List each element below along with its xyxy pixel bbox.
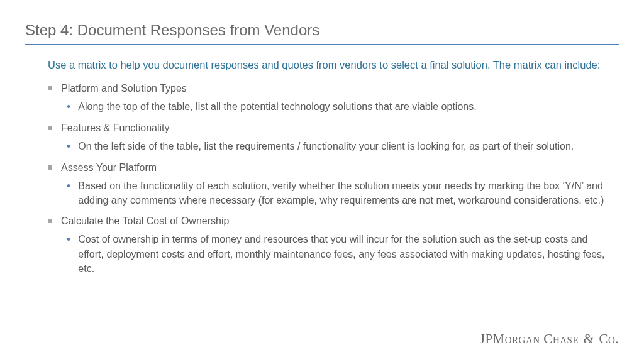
bullet-list: Platform and Solution Types • Along the …	[25, 81, 619, 276]
square-bullet-icon	[48, 165, 52, 170]
logo-part: JPM	[480, 331, 505, 346]
dot-bullet-icon: •	[67, 233, 70, 247]
title-rule	[25, 44, 619, 45]
square-bullet-icon	[48, 86, 52, 90]
square-bullet-icon	[48, 219, 52, 223]
subitem-text: On the left side of the table, list the …	[78, 139, 574, 153]
item-label: Features & Functionality	[61, 121, 170, 135]
intro-text: Use a matrix to help you document respon…	[25, 58, 619, 72]
jpmc-logo: JPMorgan Chase & Co.	[480, 331, 619, 347]
item-label: Platform and Solution Types	[61, 81, 187, 96]
logo-part: hase	[553, 331, 579, 346]
logo-part: o.	[608, 331, 619, 346]
subitem-text: Along the top of the table, list all the…	[78, 99, 476, 114]
subitem-text: Cost of ownership in terms of money and …	[78, 232, 606, 276]
dot-bullet-icon: •	[67, 180, 70, 194]
list-item: Assess Your Platform	[48, 160, 606, 175]
logo-part: &	[580, 331, 597, 346]
list-subitem: • On the left side of the table, list th…	[67, 139, 606, 154]
slide: Step 4: Document Responses from Vendors …	[0, 0, 644, 276]
logo-part: C	[540, 331, 553, 346]
list-item: Platform and Solution Types	[48, 81, 606, 96]
list-item: Calculate the Total Cost of Ownership	[48, 214, 606, 228]
list-subitem: • Along the top of the table, list all t…	[67, 99, 606, 114]
item-label: Assess Your Platform	[61, 160, 157, 175]
subitem-text: Based on the functionality of each solut…	[78, 178, 606, 207]
list-subitem: • Based on the functionality of each sol…	[67, 178, 606, 207]
dot-bullet-icon: •	[67, 140, 70, 154]
logo-part: organ	[505, 331, 540, 346]
list-item: Features & Functionality	[48, 121, 606, 135]
item-label: Calculate the Total Cost of Ownership	[61, 214, 229, 228]
square-bullet-icon	[48, 126, 52, 130]
dot-bullet-icon: •	[67, 101, 70, 114]
slide-title: Step 4: Document Responses from Vendors	[25, 21, 619, 39]
list-subitem: • Cost of ownership in terms of money an…	[67, 232, 606, 276]
logo-part: C	[599, 331, 608, 346]
